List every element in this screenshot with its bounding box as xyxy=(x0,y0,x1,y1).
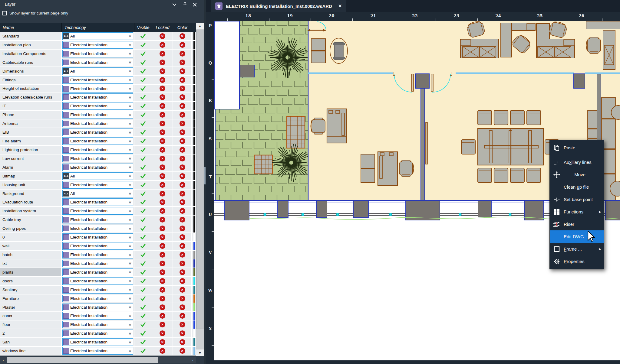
layer-row[interactable]: Evacuation routeElectrical Installation∨… xyxy=(0,198,196,207)
chevron-down-icon[interactable]: ∨ xyxy=(128,218,132,222)
visible-toggle[interactable] xyxy=(134,207,152,216)
chevron-down-icon[interactable]: ∨ xyxy=(128,191,132,196)
chevron-down-icon[interactable]: ∨ xyxy=(128,86,132,91)
layer-row[interactable]: StandardALLAll∨✕✕ xyxy=(0,32,196,41)
layer-name[interactable]: Installation Components xyxy=(0,50,62,58)
technology-dropdown[interactable]: Electrical Installation∨ xyxy=(62,128,133,136)
technology-dropdown[interactable]: Electrical Installation∨ xyxy=(62,59,133,66)
chevron-down-icon[interactable]: ∨ xyxy=(128,323,132,327)
color-toggle[interactable]: ✕ xyxy=(173,172,192,181)
technology-dropdown[interactable]: Electrical Installation∨ xyxy=(62,198,133,206)
locked-toggle[interactable]: ✕ xyxy=(152,146,173,154)
technology-dropdown[interactable]: Electrical Installation∨ xyxy=(62,304,133,311)
layer-row[interactable]: concrElectrical Installation∨✕✕ xyxy=(0,312,196,321)
layer-name[interactable]: Antenna xyxy=(0,119,62,128)
visible-toggle[interactable] xyxy=(134,93,152,102)
color-toggle[interactable]: ✕ xyxy=(173,251,192,259)
color-toggle[interactable]: ✕ xyxy=(173,146,192,154)
layer-row[interactable]: FittingsElectrical Installation∨✕✕ xyxy=(0,76,196,85)
visible-toggle[interactable] xyxy=(134,312,152,321)
locked-toggle[interactable]: ✕ xyxy=(152,67,173,76)
splitter-grip[interactable] xyxy=(204,167,206,184)
menu-item-frame[interactable]: Frame ...▶ xyxy=(550,243,604,255)
layer-table-horizontal-scrollbar[interactable]: ‹ › xyxy=(0,357,196,363)
color-toggle[interactable]: ✕ xyxy=(173,154,192,163)
visible-toggle[interactable] xyxy=(134,67,152,76)
technology-dropdown[interactable]: ALLAll∨ xyxy=(62,190,133,197)
locked-toggle[interactable]: ✕ xyxy=(152,277,173,286)
layer-row[interactable]: floorElectrical Installation∨✕✕ xyxy=(0,320,196,329)
technology-dropdown[interactable]: Electrical Installation∨ xyxy=(62,286,133,294)
locked-toggle[interactable]: ✕ xyxy=(152,154,173,163)
visible-toggle[interactable] xyxy=(134,251,152,259)
color-toggle[interactable]: ✕ xyxy=(173,259,192,268)
layer-name[interactable]: Alarm xyxy=(0,163,62,172)
chevron-down-icon[interactable]: ∨ xyxy=(128,165,132,169)
technology-dropdown[interactable]: Electrical Installation∨ xyxy=(62,225,133,232)
color-toggle[interactable]: ✕ xyxy=(173,294,192,303)
color-toggle[interactable]: ✕ xyxy=(173,67,192,76)
color-toggle[interactable]: ✕ xyxy=(173,102,192,111)
color-toggle[interactable]: ✕ xyxy=(173,224,192,233)
layer-row[interactable]: PlasterElectrical Installation∨✕✕ xyxy=(0,303,196,312)
scroll-up-button[interactable]: ▲ xyxy=(196,23,204,29)
technology-dropdown[interactable]: Electrical Installation∨ xyxy=(62,93,133,101)
layer-name[interactable]: Furniture xyxy=(0,294,62,303)
layer-row[interactable]: SanitaryElectrical Installation∨✕✕ xyxy=(0,286,196,294)
locked-toggle[interactable]: ✕ xyxy=(152,286,173,294)
locked-toggle[interactable]: ✕ xyxy=(152,216,173,224)
chevron-down-icon[interactable]: ∨ xyxy=(128,174,132,178)
color-toggle[interactable]: ✕ xyxy=(173,268,192,277)
show-layer-checkbox[interactable] xyxy=(2,11,7,15)
technology-dropdown[interactable]: Electrical Installation∨ xyxy=(62,50,133,57)
layer-row[interactable]: plantsElectrical Installation∨✕✕ xyxy=(0,268,196,277)
layer-row[interactable]: DimensionsALLAll∨✕✕ xyxy=(0,67,196,76)
locked-toggle[interactable]: ✕ xyxy=(152,338,173,347)
color-toggle[interactable]: ✕ xyxy=(173,338,192,347)
color-toggle[interactable]: ✕ xyxy=(173,32,192,41)
chevron-down-icon[interactable]: ∨ xyxy=(128,314,132,318)
layer-name[interactable]: Housing unit xyxy=(0,181,62,190)
locked-toggle[interactable]: ✕ xyxy=(152,119,173,128)
layer-row[interactable]: Housing unitElectrical Installation∨✕✕ xyxy=(0,181,196,190)
visible-toggle[interactable] xyxy=(134,181,152,190)
color-toggle[interactable]: ✕ xyxy=(173,119,192,128)
technology-dropdown[interactable]: Electrical Installation∨ xyxy=(62,137,133,145)
layer-row[interactable]: Installation systemElectrical Installati… xyxy=(0,207,196,216)
layer-row[interactable]: Low currentElectrical Installation∨✕✕ xyxy=(0,154,196,163)
color-toggle[interactable]: ✕ xyxy=(173,242,192,251)
chevron-down-icon[interactable]: ∨ xyxy=(128,60,132,64)
layer-row[interactable]: FurnitureElectrical Installation∨✕✕ xyxy=(0,294,196,303)
locked-toggle[interactable]: ✕ xyxy=(152,85,173,93)
color-toggle[interactable]: ✕ xyxy=(173,277,192,286)
locked-toggle[interactable]: ✕ xyxy=(152,329,173,338)
layer-row[interactable]: AlarmElectrical Installation∨✕✕ xyxy=(0,163,196,172)
chevron-down-icon[interactable]: ∨ xyxy=(128,104,132,108)
visible-toggle[interactable] xyxy=(134,50,152,58)
visible-toggle[interactable] xyxy=(134,128,152,137)
technology-dropdown[interactable]: Electrical Installation∨ xyxy=(62,120,133,127)
layer-name[interactable]: Cable tray xyxy=(0,216,62,224)
visible-toggle[interactable] xyxy=(134,233,152,242)
menu-item-properties[interactable]: Properties xyxy=(550,255,604,268)
visible-toggle[interactable] xyxy=(134,102,152,111)
visible-toggle[interactable] xyxy=(134,137,152,146)
visible-toggle[interactable] xyxy=(134,198,152,207)
chevron-down-icon[interactable]: ∨ xyxy=(128,340,132,344)
locked-toggle[interactable]: ✕ xyxy=(152,50,173,58)
layer-name[interactable]: Dimensions xyxy=(0,67,62,76)
visible-toggle[interactable] xyxy=(134,216,152,224)
technology-dropdown[interactable]: Electrical Installation∨ xyxy=(62,216,133,223)
visible-toggle[interactable] xyxy=(134,320,152,329)
technology-dropdown[interactable]: Electrical Installation∨ xyxy=(62,146,133,154)
tab-close-icon[interactable]: ✕ xyxy=(338,3,342,9)
technology-dropdown[interactable]: Electrical Installation∨ xyxy=(62,295,133,302)
locked-toggle[interactable]: ✕ xyxy=(152,294,173,303)
visible-toggle[interactable] xyxy=(134,294,152,303)
layer-name[interactable]: Phone xyxy=(0,111,62,119)
color-toggle[interactable]: ✕ xyxy=(173,50,192,58)
chevron-down-icon[interactable]: ∨ xyxy=(128,270,132,274)
color-toggle[interactable]: ✕ xyxy=(173,190,192,198)
layer-name[interactable]: doors xyxy=(0,277,62,286)
technology-dropdown[interactable]: ALLAll∨ xyxy=(62,32,133,40)
